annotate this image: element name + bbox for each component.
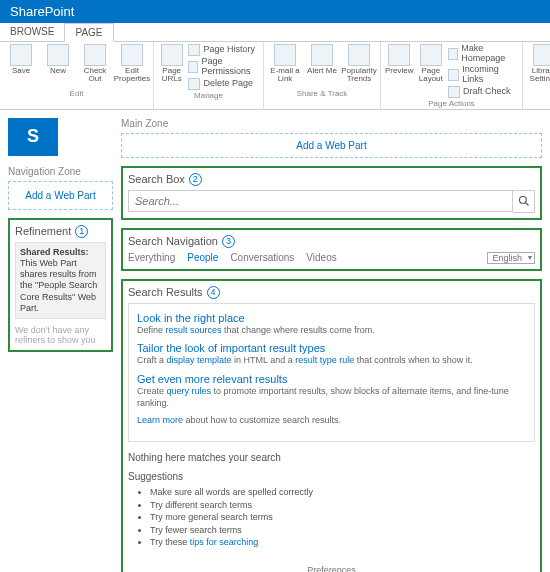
link-query-rules[interactable]: query rules bbox=[167, 386, 212, 396]
group-label-share: Share & Track bbox=[297, 89, 348, 98]
draft-check-icon bbox=[448, 86, 460, 98]
make-homepage-button[interactable]: Make Homepage bbox=[448, 44, 518, 64]
link-result-sources[interactable]: result sources bbox=[166, 325, 222, 335]
checkout-button[interactable]: Check Out bbox=[78, 44, 112, 84]
checkout-icon bbox=[84, 44, 106, 66]
refinement-title: Refinement bbox=[15, 225, 71, 237]
library-settings-button[interactable]: Library Settings bbox=[527, 44, 550, 84]
search-navigation-webpart: Search Navigation 3 Everything People Co… bbox=[121, 228, 542, 271]
save-button[interactable]: Save bbox=[4, 44, 38, 75]
suggestion-item: Try more general search terms bbox=[150, 511, 535, 524]
tab-page[interactable]: PAGE bbox=[64, 23, 113, 42]
help-heading-3: Get even more relevant results bbox=[137, 373, 526, 385]
suggestion-item: Try different search terms bbox=[150, 499, 535, 512]
save-icon bbox=[10, 44, 32, 66]
incoming-links-icon bbox=[448, 69, 459, 81]
permissions-icon bbox=[188, 61, 198, 73]
group-label-actions: Page Actions bbox=[428, 99, 475, 108]
lib-settings-icon bbox=[533, 44, 550, 66]
email-icon bbox=[274, 44, 296, 66]
search-icon bbox=[518, 195, 530, 207]
popularity-icon bbox=[348, 44, 370, 66]
callout-badge-1: 1 bbox=[75, 225, 88, 238]
add-web-part-nav[interactable]: Add a Web Part bbox=[8, 181, 113, 210]
preview-button[interactable]: Preview bbox=[385, 44, 414, 75]
page-permissions-button[interactable]: Page Permissions bbox=[188, 57, 259, 77]
layout-icon bbox=[420, 44, 442, 66]
ribbon-tabstrip: BROWSE PAGE bbox=[0, 23, 550, 42]
suggestion-item: Try fewer search terms bbox=[150, 524, 535, 537]
nav-tab-people[interactable]: People bbox=[187, 252, 218, 263]
delete-icon bbox=[188, 78, 200, 90]
site-logo[interactable]: S bbox=[8, 118, 58, 156]
shared-results-label: Shared Results: bbox=[20, 247, 89, 257]
link-tips-for-searching[interactable]: tips for searching bbox=[190, 537, 259, 547]
shared-results-desc: This Web Part shares results from the "P… bbox=[20, 258, 97, 313]
shared-results-box: Shared Results: This Web Part shares res… bbox=[15, 242, 106, 320]
link-result-type-rule[interactable]: result type rule bbox=[295, 355, 354, 365]
help-heading-2: Tailor the look of important result type… bbox=[137, 342, 526, 354]
search-results-title: Search Results bbox=[128, 286, 203, 298]
search-box-title: Search Box bbox=[128, 173, 185, 185]
nav-tab-conversations[interactable]: Conversations bbox=[230, 252, 294, 263]
alert-me-button[interactable]: Alert Me bbox=[305, 44, 339, 75]
callout-badge-4: 4 bbox=[207, 286, 220, 299]
page-content: S Navigation Zone Add a Web Part Refinem… bbox=[0, 110, 550, 572]
preview-icon bbox=[388, 44, 410, 66]
suggestions-list: Make sure all words are spelled correctl… bbox=[128, 486, 535, 549]
suggestion-item: Make sure all words are spelled correctl… bbox=[150, 486, 535, 499]
nav-tab-videos[interactable]: Videos bbox=[306, 252, 336, 263]
language-dropdown[interactable]: English bbox=[487, 252, 535, 264]
edit-properties-icon bbox=[121, 44, 143, 66]
alert-icon bbox=[311, 44, 333, 66]
history-icon bbox=[188, 44, 200, 56]
link-display-template[interactable]: display template bbox=[167, 355, 232, 365]
left-column: S Navigation Zone Add a Web Part Refinem… bbox=[8, 118, 113, 572]
ribbon-group-edit: Save New Check Out Edit Properties Edit bbox=[0, 42, 154, 109]
navigation-zone-label: Navigation Zone bbox=[8, 166, 113, 177]
suggestion-item: Try these tips for searching bbox=[150, 536, 535, 549]
page-history-button[interactable]: Page History bbox=[188, 44, 259, 56]
homepage-icon bbox=[448, 48, 458, 60]
tab-browse[interactable]: BROWSE bbox=[0, 23, 64, 41]
callout-badge-3: 3 bbox=[222, 235, 235, 248]
main-column: Main Zone Add a Web Part Search Box 2 Se… bbox=[121, 118, 542, 572]
suggestions-heading: Suggestions bbox=[128, 471, 535, 482]
app-title: SharePoint bbox=[10, 4, 74, 19]
ribbon: Save New Check Out Edit Properties Edit … bbox=[0, 42, 550, 110]
search-nav-title: Search Navigation bbox=[128, 235, 218, 247]
edit-properties-button[interactable]: Edit Properties bbox=[115, 44, 149, 84]
incoming-links-button[interactable]: Incoming Links bbox=[448, 65, 518, 85]
delete-page-button[interactable]: Delete Page bbox=[188, 78, 259, 90]
add-web-part-main[interactable]: Add a Web Part bbox=[121, 133, 542, 158]
logo-glyph: S bbox=[27, 126, 39, 147]
ribbon-group-share: E-mail a Link Alert Me Popularity Trends… bbox=[264, 42, 381, 109]
search-button[interactable] bbox=[513, 190, 535, 213]
new-icon bbox=[47, 44, 69, 66]
help-heading-1: Look in the right place bbox=[137, 312, 526, 324]
app-title-bar: SharePoint bbox=[0, 0, 550, 23]
refinement-webpart: Refinement 1 Shared Results: This Web Pa… bbox=[8, 218, 113, 353]
nav-tab-everything[interactable]: Everything bbox=[128, 252, 175, 263]
ribbon-group-library: Library Settings Library Permissions Vie… bbox=[523, 42, 550, 109]
refinement-empty-message: We don't have any refiners to show you bbox=[15, 325, 106, 345]
ribbon-group-actions: Preview Page Layout Make Homepage Incomi… bbox=[381, 42, 523, 109]
search-help-card: Look in the right place Define result so… bbox=[128, 303, 535, 442]
svg-point-0 bbox=[519, 197, 526, 204]
ribbon-group-manage: Page URLs Page History Page Permissions … bbox=[154, 42, 264, 109]
new-button[interactable]: New bbox=[41, 44, 75, 75]
page-layout-button[interactable]: Page Layout bbox=[417, 44, 446, 84]
draft-check-button[interactable]: Draft Check bbox=[448, 86, 518, 98]
link-learn-more[interactable]: Learn more bbox=[137, 415, 183, 425]
svg-line-1 bbox=[525, 203, 528, 206]
callout-badge-2: 2 bbox=[189, 173, 202, 186]
popularity-button[interactable]: Popularity Trends bbox=[342, 44, 376, 84]
group-label-edit: Edit bbox=[70, 89, 84, 98]
search-input[interactable] bbox=[128, 190, 513, 212]
search-results-webpart: Search Results 4 Look in the right place… bbox=[121, 279, 542, 572]
page-urls-icon bbox=[161, 44, 183, 66]
email-link-button[interactable]: E-mail a Link bbox=[268, 44, 302, 84]
preferences-link[interactable]: Preferences bbox=[128, 565, 535, 572]
page-urls-button[interactable]: Page URLs bbox=[158, 44, 185, 84]
no-results-message: Nothing here matches your search bbox=[128, 452, 535, 463]
